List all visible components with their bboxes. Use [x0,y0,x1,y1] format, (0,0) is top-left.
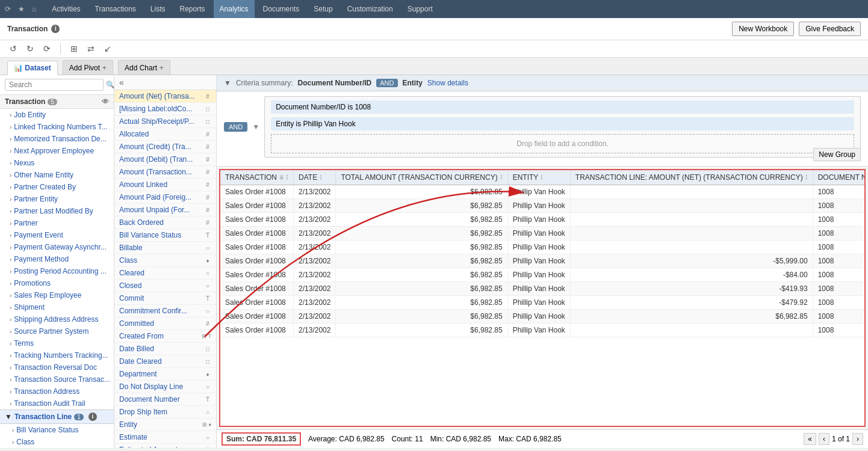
sidebar-item-sales-rep[interactable]: › Sales Rep Employee [0,289,114,301]
cell-doc-num[interactable]: 1008 [813,296,866,310]
field-date-cleared[interactable]: Date Cleared □ [114,355,216,368]
house-icon[interactable]: ⌂ [32,5,36,13]
home-icon[interactable]: ⟳ [5,5,11,13]
field-missing-label[interactable]: [Missing Label:oldCo... □ [114,103,216,115]
search-icon[interactable]: 🔍 [106,81,114,89]
nav-customization[interactable]: Customization [341,0,399,18]
give-feedback-button[interactable]: Give Feedback [799,22,861,36]
filter-dropdown-icon[interactable]: ▼ [252,123,259,131]
field-amount-transaction[interactable]: Amount (Transaction... # [114,166,216,179]
field-cleared[interactable]: Cleared ○ [114,267,216,280]
sidebar-item-other-name[interactable]: › Other Name Entity [0,169,114,181]
cell-doc-num[interactable]: 1008 [813,268,866,282]
cell-doc-num[interactable]: 1008 [813,310,866,324]
nav-analytics[interactable]: Analytics [214,0,255,18]
field-document-number[interactable]: Document Number T [114,393,216,406]
field-back-ordered[interactable]: Back Ordered # [114,216,216,229]
and-operator[interactable]: AND [224,122,247,132]
sidebar-item-partner[interactable]: › Partner [0,217,114,229]
cell-transaction[interactable]: Sales Order #1008 [220,324,294,337]
cell-doc-num[interactable]: 1008 [813,185,866,199]
title-info-icon[interactable]: i [51,25,60,33]
nav-lists[interactable]: Lists [144,0,172,18]
sidebar-item-job-entity[interactable]: › Job Entity [0,109,114,121]
field-entity[interactable]: Entity ⊞ ♦ [114,419,216,431]
cell-doc-num[interactable]: 1008 [813,227,866,241]
nav-support[interactable]: Support [401,0,439,18]
sidebar-item-next-approver[interactable]: › Next Approver Employee [0,145,114,157]
sidebar-item-transaction-source[interactable]: › Transaction Source Transac... [0,373,114,385]
tab-add-pivot[interactable]: Add Pivot + [63,60,113,75]
cell-doc-num[interactable]: 1008 [813,282,866,296]
cell-doc-num[interactable]: 1008 [813,213,866,227]
sidebar-item-source-partner[interactable]: › Source Partner System [0,325,114,337]
new-workbook-button[interactable]: New Workbook [732,22,794,36]
nav-setup[interactable]: Setup [308,0,338,18]
refresh-icon[interactable]: ⟳ [41,43,53,55]
col-date[interactable]: DATE ⁝ [294,170,336,185]
transaction-line-info-icon[interactable]: i [88,413,97,421]
sidebar-item-class[interactable]: › Class [0,436,114,448]
sidebar-item-linked-tracking[interactable]: › Linked Tracking Numbers T... [0,121,114,133]
field-actual-ship[interactable]: Actual Ship/Receipt/P... □ [114,115,216,128]
sidebar-item-shipping-address[interactable]: › Shipping Address Address [0,313,114,325]
next-page-button[interactable]: › [852,433,863,445]
show-details-link[interactable]: Show details [427,79,468,87]
field-bill-variance[interactable]: Bill Variance Status T [114,229,216,242]
first-page-button[interactable]: « [804,433,816,445]
sidebar-item-transaction-reversal[interactable]: › Transaction Reversal Doc [0,361,114,373]
nav-transactions[interactable]: Transactions [89,0,142,18]
cell-transaction[interactable]: Sales Order #1008 [220,199,294,213]
field-amount-linked[interactable]: Amount Linked # [114,179,216,191]
share-icon[interactable]: ⇄ [85,43,97,55]
col-total-amount[interactable]: TOTAL AMOUNT (TRANSACTION CURRENCY) ⁝ [336,170,507,185]
search-input[interactable] [5,79,104,91]
field-class[interactable]: Class ♦ [114,254,216,267]
prev-page-button[interactable]: ‹ [819,433,829,445]
field-amount-credit[interactable]: Amount (Credit) (Tra... # [114,141,216,153]
field-commitment-confirm[interactable]: Commitment Confir... ○ [114,305,216,318]
field-billable[interactable]: Billable ○ [114,242,216,254]
cell-transaction[interactable]: Sales Order #1008 [220,227,294,241]
sidebar-item-nexus[interactable]: › Nexus [0,157,114,169]
sidebar-item-posting-period[interactable]: › Posting Period Accounting ... [0,265,114,277]
cell-transaction[interactable]: Sales Order #1008 [220,254,294,268]
field-created-from[interactable]: Created From ⊞ T [114,330,216,343]
sidebar-item-transaction-address[interactable]: › Transaction Address [0,385,114,397]
field-department[interactable]: Department ♦ [114,368,216,381]
field-estimated-amount[interactable]: Estimated Amount # [114,444,216,448]
cell-doc-num[interactable]: 1008 [813,241,866,254]
col-line-amount[interactable]: TRANSACTION LINE: AMOUNT (NET) (TRANSACT… [570,170,813,185]
sidebar-item-terms[interactable]: › Terms [0,337,114,349]
transaction-line-section[interactable]: ▼ Transaction Line 1 i [0,410,114,424]
col-transaction[interactable]: TRANSACTION ≡ ⁝ [220,170,294,185]
export-icon[interactable]: ↙ [102,43,114,55]
field-committed[interactable]: Committed # [114,318,216,330]
sidebar-item-tracking-numbers[interactable]: › Tracking Numbers Tracking... [0,349,114,361]
nav-documents[interactable]: Documents [257,0,306,18]
collapse-icon[interactable]: « [119,78,124,87]
sidebar-item-payment-event[interactable]: › Payment Event [0,229,114,241]
cell-transaction[interactable]: Sales Order #1008 [220,268,294,282]
nav-reports[interactable]: Reports [174,0,211,18]
field-estimate[interactable]: Estimate ○ [114,431,216,444]
cell-transaction[interactable]: Sales Order #1008 [220,282,294,296]
grid-icon[interactable]: ⊞ [68,43,80,55]
col-entity[interactable]: ENTITY ⁝ [507,170,570,185]
sidebar-item-promotions[interactable]: › Promotions [0,277,114,289]
field-amount-net[interactable]: Amount (Net) (Transa... # [114,90,216,103]
field-amount-paid-foreign[interactable]: Amount Paid (Foreig... # [114,191,216,204]
sidebar-item-partner-created[interactable]: › Partner Created By [0,181,114,193]
star-icon[interactable]: ★ [18,5,25,13]
sidebar-item-bill-variance[interactable]: › Bill Variance Status [0,424,114,436]
field-commit[interactable]: Commit T [114,292,216,305]
cell-transaction[interactable]: Sales Order #1008 [220,185,294,199]
cell-transaction[interactable]: Sales Order #1008 [220,213,294,227]
sidebar-item-memorized[interactable]: › Memorized Transaction De... [0,133,114,145]
visibility-icon[interactable]: 👁 [102,97,109,106]
tab-dataset[interactable]: 📊 Dataset [7,61,58,75]
sidebar-item-transaction-audit[interactable]: › Transaction Audit Trail [0,397,114,410]
field-closed[interactable]: Closed ○ [114,280,216,292]
criteria-collapse-icon[interactable]: ▼ [224,79,231,87]
sidebar-item-payment-method[interactable]: › Payment Method [0,253,114,265]
